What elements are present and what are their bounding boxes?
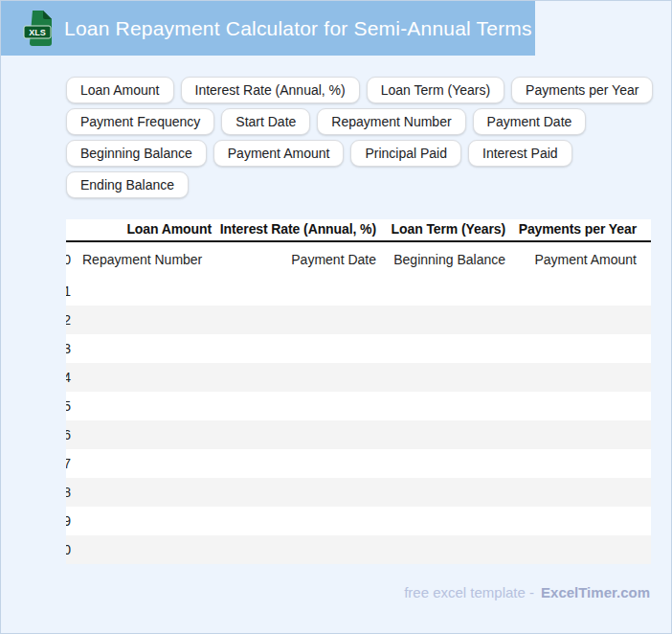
field-tags: Loan Amount Interest Rate (Annual, %) Lo… — [66, 77, 656, 203]
field-tag-chip[interactable]: Beginning Balance — [66, 140, 207, 167]
field-tag-chip[interactable]: Repayment Number — [317, 108, 465, 135]
column-header-interest-rate: Interest Rate (Annual, %) — [220, 219, 376, 239]
xls-file-icon: XLS — [20, 9, 55, 49]
footer-credit: free excel template -ExcelTimer.com — [404, 584, 650, 600]
row-number: 9 — [66, 507, 71, 535]
subheader-repayment-number: Repayment Number — [82, 242, 202, 277]
row-number: 7 — [66, 449, 71, 478]
table-row: 6 — [66, 420, 651, 449]
table-row: 8 — [66, 478, 651, 507]
field-tag-row: Payment Frequency Start Date Repayment N… — [66, 108, 656, 135]
page-title: Loan Repayment Calculator for Semi-Annua… — [64, 17, 532, 40]
field-tag-row: Ending Balance — [66, 171, 656, 198]
footer-brand-link[interactable]: ExcelTimer.com — [541, 584, 650, 600]
column-header-loan-term: Loan Term (Years) — [392, 219, 505, 239]
field-tag-chip[interactable]: Interest Rate (Annual, %) — [181, 77, 360, 103]
row-number: 8 — [66, 478, 71, 507]
table-row: 10 — [66, 535, 651, 564]
subheader-payment-amount: Payment Amount — [534, 242, 637, 277]
column-header-loan-amount: Loan Amount — [126, 219, 212, 239]
table-row: 1 — [66, 277, 651, 306]
table-subheader-row: 0 Repayment Number Payment Date Beginnin… — [66, 242, 651, 277]
table-header-row: Loan Amount Interest Rate (Annual, %) Lo… — [66, 219, 651, 242]
field-tag-row: Loan Amount Interest Rate (Annual, %) Lo… — [66, 77, 656, 103]
field-tag-row: Beginning Balance Payment Amount Princip… — [66, 140, 656, 167]
field-tag-chip[interactable]: Start Date — [221, 108, 310, 135]
row-number: 1 — [66, 277, 71, 306]
field-tag-chip[interactable]: Loan Amount — [66, 77, 174, 103]
row-number: 4 — [66, 363, 71, 392]
subheader-payment-date: Payment Date — [291, 242, 376, 277]
table-row: 3 — [66, 334, 651, 363]
table-row: 2 — [66, 306, 651, 334]
field-tag-chip[interactable]: Payments per Year — [511, 77, 653, 103]
spreadsheet-preview: Loan Amount Interest Rate (Annual, %) Lo… — [66, 219, 651, 564]
field-tag-chip[interactable]: Loan Term (Years) — [367, 77, 504, 103]
row-number: 3 — [66, 334, 71, 363]
column-header-payments-per-year: Payments per Year — [519, 219, 637, 239]
field-tag-chip[interactable]: Interest Paid — [468, 140, 572, 167]
table-row: 4 — [66, 363, 651, 392]
field-tag-chip[interactable]: Payment Amount — [213, 140, 345, 167]
row-number: 6 — [66, 420, 71, 449]
row-number: 2 — [66, 306, 71, 334]
page: XLS Loan Repayment Calculator for Semi-A… — [0, 0, 672, 634]
field-tag-chip[interactable]: Payment Date — [473, 108, 587, 135]
xls-badge-label: XLS — [29, 28, 46, 37]
spreadsheet-inner: Loan Amount Interest Rate (Annual, %) Lo… — [66, 219, 651, 564]
header-bar: XLS Loan Repayment Calculator for Semi-A… — [1, 1, 535, 56]
row-number: 5 — [66, 392, 71, 420]
table-row: 7 — [66, 449, 651, 478]
row-number: 10 — [66, 535, 71, 564]
field-tag-chip[interactable]: Ending Balance — [66, 171, 189, 198]
row-number: 0 — [66, 242, 71, 277]
field-tag-chip[interactable]: Payment Frequency — [66, 108, 214, 135]
field-tag-chip[interactable]: Principal Paid — [350, 140, 461, 167]
table-row: 9 — [66, 507, 651, 535]
table-row: 5 — [66, 392, 651, 420]
footer-text: free excel template - — [404, 584, 534, 600]
subheader-beginning-balance: Beginning Balance — [393, 242, 505, 277]
table-body: 1 2 3 4 5 6 7 8 9 10 — [66, 277, 651, 564]
